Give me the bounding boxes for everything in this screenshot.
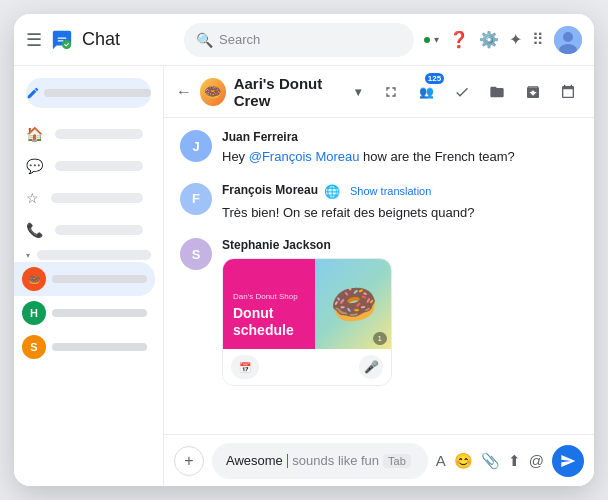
input-cursor: [287, 454, 289, 468]
format-text-icon[interactable]: A: [436, 452, 446, 469]
chevron-icon: ▾: [26, 251, 30, 260]
dm-name-aari: [52, 275, 147, 283]
dm-name-h: [52, 309, 147, 317]
dm-avatar-s: S: [22, 335, 46, 359]
home-icon: 🏠: [26, 126, 43, 142]
donut-card-text: Dan's Donut Shop Donut schedule: [223, 259, 315, 349]
sidebar-dm-s[interactable]: S: [14, 330, 155, 364]
sidebar-nav-meet[interactable]: 📞: [14, 214, 155, 246]
input-icons: A 😊 📎 ⬆ @: [436, 452, 544, 470]
svg-point-2: [563, 32, 573, 42]
user-avatar[interactable]: [554, 26, 582, 54]
svg-point-0: [62, 40, 71, 49]
donut-schedule-text: Donut schedule: [233, 305, 305, 339]
main-layout: 🏠 💬 ☆ 📞 ▾ 🍩: [14, 66, 594, 486]
top-bar-right: ▾ ❓ ⚙️ ✦ ⠿: [422, 26, 582, 54]
donut-emoji: 🍩: [326, 278, 380, 329]
content-stephanie: Stephanie Jackson Dan's Donut Shop Donut…: [222, 238, 578, 386]
author-row-francois: François Moreau 🌐 Show translation: [222, 183, 578, 200]
apps-icon[interactable]: ⠿: [532, 30, 544, 49]
content-juan: Juan Ferreira Hey @François Moreau how a…: [222, 130, 578, 167]
donut-card[interactable]: Dan's Donut Shop Donut schedule 🍩 1: [222, 258, 392, 386]
chat-icon: 💬: [26, 158, 43, 174]
message-input[interactable]: Awesome sounds like fun Tab: [212, 443, 428, 479]
archive-icon[interactable]: [519, 77, 546, 107]
show-translation-button[interactable]: Show translation: [350, 185, 431, 197]
card-badge: 1: [373, 332, 387, 345]
message-juan: J Juan Ferreira Hey @François Moreau how…: [180, 130, 578, 167]
app-logo: [50, 28, 74, 52]
status-indicator: ▾: [422, 34, 439, 45]
dropdown-arrow-icon[interactable]: ▾: [355, 85, 361, 99]
settings-icon[interactable]: ⚙️: [479, 30, 499, 49]
meet-label: [55, 225, 143, 235]
top-bar-left: ☰ Chat: [26, 28, 176, 52]
search-placeholder: Search: [219, 32, 402, 47]
app-window: ☰ Chat 🔍 Search ▾ ❓ ⚙️ ✦ ⠿: [14, 14, 594, 486]
members-icon[interactable]: 👥 125: [413, 77, 440, 107]
input-bar: + Awesome sounds like fun Tab A 😊 📎 ⬆ @: [164, 434, 594, 486]
emoji-icon[interactable]: 😊: [454, 452, 473, 470]
compose-button[interactable]: [26, 78, 151, 108]
status-dot: [422, 35, 432, 45]
dm-avatar-aari: 🍩: [22, 267, 46, 291]
app-title: Chat: [82, 29, 120, 50]
spaces-icon: ☆: [26, 190, 39, 206]
sparkle-icon[interactable]: ✦: [509, 30, 522, 49]
messages-area: J Juan Ferreira Hey @François Moreau how…: [164, 118, 594, 434]
dm-name-s: [52, 343, 147, 351]
dm-avatar-h: H: [22, 301, 46, 325]
compose-label: [44, 89, 151, 97]
channel-avatar: 🍩: [200, 78, 226, 106]
help-icon[interactable]: ❓: [449, 30, 469, 49]
content-francois: François Moreau 🌐 Show translation Très …: [222, 183, 578, 223]
input-typed-text: Awesome: [226, 453, 283, 468]
author-juan: Juan Ferreira: [222, 130, 578, 144]
donut-shop-name: Dan's Donut Shop: [233, 292, 305, 301]
chats-label: [55, 161, 143, 171]
chat-header: ← 🍩 Aari's Donut Crew ▾ 👥 125: [164, 66, 594, 118]
expand-icon[interactable]: [377, 77, 404, 107]
author-francois: François Moreau: [222, 183, 318, 197]
translate-icon: 🌐: [324, 184, 340, 199]
dm-section-label: ▾: [14, 246, 163, 262]
upload-icon[interactable]: ⬆: [508, 452, 521, 470]
mention-icon[interactable]: @: [529, 452, 544, 469]
calendar-icon[interactable]: [555, 77, 582, 107]
spaces-label: [51, 193, 143, 203]
add-button[interactable]: +: [174, 446, 204, 476]
mention-francois: @François Moreau: [249, 149, 360, 164]
search-bar[interactable]: 🔍 Search: [184, 23, 414, 57]
home-label: [55, 129, 143, 139]
tab-hint: Tab: [383, 454, 411, 468]
author-stephanie: Stephanie Jackson: [222, 238, 578, 252]
chat-panel: ← 🍩 Aari's Donut Crew ▾ 👥 125: [164, 66, 594, 486]
top-bar: ☰ Chat 🔍 Search ▾ ❓ ⚙️ ✦ ⠿: [14, 14, 594, 66]
text-juan: Hey @François Moreau how are the French …: [222, 147, 578, 167]
card-action-calendar[interactable]: 📅: [231, 355, 259, 379]
channel-name: Aari's Donut Crew ▾: [234, 75, 362, 109]
menu-icon[interactable]: ☰: [26, 29, 42, 51]
folder-icon[interactable]: [484, 77, 511, 107]
card-actions: 📅 🎤: [223, 349, 391, 385]
sidebar-nav-home[interactable]: 🏠: [14, 118, 155, 150]
avatar-francois: F: [180, 183, 212, 215]
input-placeholder: sounds like fun: [292, 453, 379, 468]
sidebar-nav-chats[interactable]: 💬: [14, 150, 155, 182]
sidebar-nav-spaces[interactable]: ☆: [14, 182, 155, 214]
avatar-juan: J: [180, 130, 212, 162]
message-stephanie: S Stephanie Jackson Dan's Donut Shop Don…: [180, 238, 578, 386]
search-icon: 🔍: [196, 32, 213, 48]
checkmark-icon[interactable]: [448, 77, 475, 107]
sidebar-dm-h[interactable]: H: [14, 296, 155, 330]
sidebar-dm-aari[interactable]: 🍩: [14, 262, 155, 296]
message-francois: F François Moreau 🌐 Show translation Trè…: [180, 183, 578, 223]
sidebar: 🏠 💬 ☆ 📞 ▾ 🍩: [14, 66, 164, 486]
meet-icon: 📞: [26, 222, 43, 238]
section-text: [37, 250, 151, 260]
back-button[interactable]: ←: [176, 83, 192, 101]
send-button[interactable]: [552, 445, 584, 477]
attach-icon[interactable]: 📎: [481, 452, 500, 470]
donut-image: 🍩 1: [315, 259, 391, 349]
card-action-mic[interactable]: 🎤: [359, 355, 383, 379]
